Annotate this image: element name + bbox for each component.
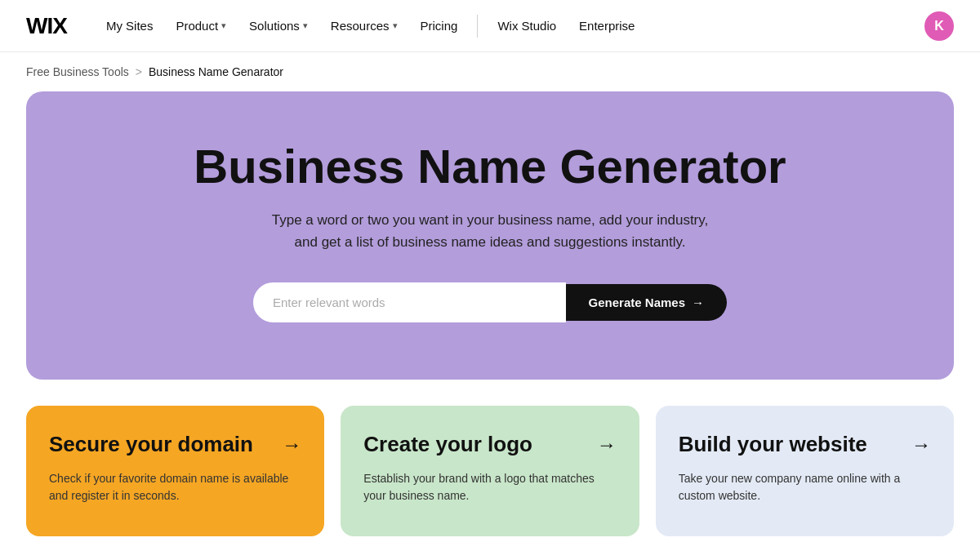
chevron-down-icon: ▾ bbox=[303, 20, 308, 31]
nav-label-enterprise: Enterprise bbox=[579, 19, 635, 33]
chevron-down-icon: ▾ bbox=[221, 20, 226, 31]
brand-logo[interactable]: WIX bbox=[26, 13, 67, 39]
card-logo-description: Establish your brand with a logo that ma… bbox=[363, 470, 616, 504]
hero-subtitle: Type a word or two you want in your busi… bbox=[52, 209, 928, 253]
card-domain-description: Check if your favorite domain name is av… bbox=[49, 470, 301, 504]
nav-item-product[interactable]: Product ▾ bbox=[166, 12, 236, 39]
card-website-description: Take your new company name online with a… bbox=[679, 470, 931, 504]
nav-label-solutions: Solutions bbox=[249, 19, 300, 33]
chevron-down-icon: ▾ bbox=[393, 20, 398, 31]
card-domain-title: Secure your domain bbox=[49, 432, 253, 457]
hero-form: Generate Names → bbox=[253, 282, 727, 322]
search-input[interactable] bbox=[253, 282, 566, 322]
card-domain-header: Secure your domain → bbox=[49, 432, 301, 457]
nav-item-resources[interactable]: Resources ▾ bbox=[321, 12, 408, 39]
hero-subtitle-line1: Type a word or two you want in your busi… bbox=[272, 212, 709, 228]
hero-subtitle-line2: and get a list of business name ideas an… bbox=[295, 234, 686, 250]
arrow-icon: → bbox=[282, 433, 301, 456]
card-website-header: Build your website → bbox=[679, 432, 931, 457]
nav-item-my-sites[interactable]: My Sites bbox=[96, 12, 163, 39]
generate-names-button[interactable]: Generate Names → bbox=[566, 284, 727, 321]
main-nav: WIX My Sites Product ▾ Solutions ▾ Resou… bbox=[0, 0, 980, 52]
card-logo-header: Create your logo → bbox=[363, 432, 616, 457]
nav-label-resources: Resources bbox=[331, 19, 390, 33]
card-domain[interactable]: Secure your domain → Check if your favor… bbox=[26, 406, 324, 536]
nav-items: My Sites Product ▾ Solutions ▾ Resources… bbox=[96, 12, 924, 39]
arrow-icon: → bbox=[911, 433, 931, 456]
nav-label-pricing: Pricing bbox=[421, 19, 458, 33]
nav-label-wix-studio: Wix Studio bbox=[497, 19, 556, 33]
breadcrumb-link[interactable]: Free Business Tools bbox=[26, 65, 129, 78]
nav-right: K bbox=[924, 11, 954, 41]
nav-label-my-sites: My Sites bbox=[106, 19, 154, 33]
hero-title: Business Name Generator bbox=[52, 140, 928, 193]
nav-item-wix-studio[interactable]: Wix Studio bbox=[488, 12, 566, 39]
card-website-title: Build your website bbox=[679, 432, 867, 457]
arrow-icon: → bbox=[597, 433, 617, 456]
nav-item-enterprise[interactable]: Enterprise bbox=[569, 12, 644, 39]
nav-label-product: Product bbox=[176, 19, 218, 33]
generate-names-label: Generate Names bbox=[589, 295, 685, 309]
breadcrumb: Free Business Tools > Business Name Gena… bbox=[0, 52, 980, 91]
nav-divider bbox=[477, 15, 478, 38]
nav-item-solutions[interactable]: Solutions ▾ bbox=[239, 12, 318, 39]
cards-section: Secure your domain → Check if your favor… bbox=[0, 406, 980, 551]
card-logo[interactable]: Create your logo → Establish your brand … bbox=[341, 406, 639, 536]
breadcrumb-separator: > bbox=[136, 65, 142, 78]
card-logo-title: Create your logo bbox=[363, 432, 532, 457]
nav-item-pricing[interactable]: Pricing bbox=[411, 12, 468, 39]
arrow-icon: → bbox=[692, 295, 704, 309]
avatar[interactable]: K bbox=[924, 11, 954, 41]
breadcrumb-current: Business Name Genarator bbox=[149, 65, 283, 78]
card-website[interactable]: Build your website → Take your new compa… bbox=[656, 406, 954, 536]
hero-section: Business Name Generator Type a word or t… bbox=[26, 91, 954, 380]
